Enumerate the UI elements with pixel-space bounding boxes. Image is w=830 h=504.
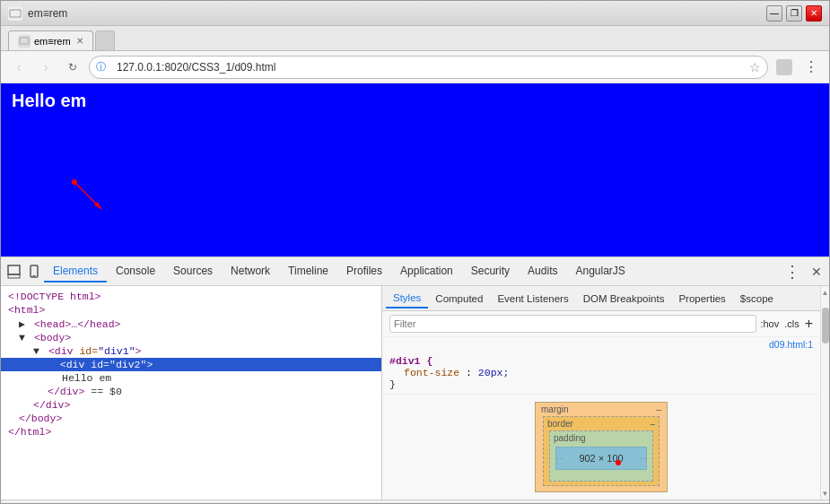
box-padding: padding 902 × 100 — [549, 430, 653, 482]
address-bar: ‹ › ↻ ⓘ ☆ ⋮ — [1, 51, 829, 83]
content-area: Hello em — [1, 83, 829, 503]
dom-line-html-close: </html> — [1, 425, 381, 439]
new-rule-button[interactable]: + — [805, 316, 813, 332]
scroll-down-button[interactable]: ▼ — [821, 487, 830, 500]
cls-toggle[interactable]: .cls — [784, 318, 799, 329]
devtools-tab-angularjs[interactable]: AngularJS — [566, 261, 633, 282]
devtools-tab-bar: Elements Console Sources Network Timelin… — [1, 257, 829, 286]
maximize-button[interactable]: ❐ — [786, 5, 802, 22]
right-tab-dom-breakpoints[interactable]: DOM Breakpoints — [576, 290, 672, 308]
devtools-tab-elements[interactable]: Elements — [44, 261, 107, 282]
rule-selector: #div1 { — [389, 355, 813, 367]
svg-rect-10 — [33, 275, 36, 276]
box-model-diagram: margin – border – — [382, 395, 820, 500]
border-bottom-space — [544, 482, 659, 485]
border-label: border — [547, 419, 573, 429]
scroll-up-button[interactable]: ▲ — [821, 286, 830, 299]
tab-close-button[interactable]: ✕ — [76, 36, 83, 46]
forward-button[interactable]: › — [35, 56, 57, 78]
style-link[interactable]: d09.html:1 — [769, 339, 813, 350]
devtools-more-button[interactable]: ⋮ — [777, 264, 808, 280]
dom-line-html: <html> — [1, 303, 381, 317]
window-title: em≡rem — [28, 7, 766, 20]
breadcrumb-div1[interactable]: div#div1 — [77, 503, 124, 504]
devtools-tab-profiles[interactable]: Profiles — [337, 261, 391, 282]
hov-toggle[interactable]: :hov — [760, 318, 779, 329]
padding-label: padding — [554, 433, 586, 443]
address-bar-wrap: ⓘ ☆ — [89, 56, 768, 79]
box-content: 902 × 100 — [555, 447, 647, 470]
webpage-preview: Hello em — [1, 83, 829, 256]
devtools-tab-audits[interactable]: Audits — [519, 261, 566, 282]
devtools-tab-security[interactable]: Security — [462, 261, 519, 282]
browser-icon — [8, 6, 22, 21]
close-button[interactable]: ✕ — [806, 5, 822, 22]
svg-rect-7 — [8, 265, 20, 274]
window-controls: — ❐ ✕ — [766, 5, 822, 22]
right-tab-computed[interactable]: Computed — [428, 290, 490, 308]
red-arrow-annotation — [66, 173, 119, 227]
secure-icon: ⓘ — [96, 60, 106, 74]
devtools-device-icon[interactable] — [24, 262, 44, 282]
devtools-tab-timeline[interactable]: Timeline — [279, 261, 337, 282]
devtools-tab-sources[interactable]: Sources — [164, 261, 222, 282]
rule-property-line[interactable]: font-size : 20px; — [389, 367, 813, 378]
breadcrumb-bar: html body div#div1 div#div2 — [1, 500, 829, 503]
new-tab-button[interactable] — [95, 30, 115, 50]
refresh-button[interactable]: ↻ — [62, 56, 83, 78]
right-panel: Styles Computed Event Listeners DOM Brea… — [382, 286, 820, 500]
devtools-tab-application[interactable]: Application — [391, 261, 462, 282]
devtools-tab-network[interactable]: Network — [222, 261, 279, 282]
padding-bottom-space — [550, 475, 652, 481]
right-tab-event-listeners[interactable]: Event Listeners — [490, 290, 575, 308]
left-line — [555, 458, 563, 459]
title-bar: em≡rem — ❐ ✕ — [1, 1, 829, 26]
margin-dash: – — [656, 404, 661, 414]
address-input[interactable] — [89, 56, 768, 79]
right-tab-scope[interactable]: $scope — [733, 290, 781, 308]
dom-line-div2-selected[interactable]: <div id="div2"> — [1, 358, 381, 371]
dom-line-div1: ▼ <div id="div1"> — [1, 344, 381, 358]
right-tab-properties[interactable]: Properties — [671, 290, 732, 308]
devtools-panel: Elements Console Sources Network Timelin… — [1, 256, 829, 503]
margin-bottom-space — [536, 486, 667, 491]
dom-line-body-close: </body> — [1, 412, 381, 425]
styles-panel: :hov .cls + d09.html:1 #div1 { — [382, 311, 820, 500]
hello-em-text: Hello em — [12, 91, 86, 111]
browser-tab-bar: em≡rem ✕ — [1, 26, 829, 51]
devtools-close-button[interactable]: ✕ — [808, 265, 826, 279]
dom-line-doctype: <!DOCTYPE html> — [1, 290, 381, 303]
scroll-thumb[interactable] — [822, 308, 829, 343]
minimize-button[interactable]: — — [766, 5, 782, 22]
bookmark-icon[interactable]: ☆ — [749, 60, 761, 74]
dom-line-body: ▼ <body> — [1, 331, 381, 344]
right-line — [640, 458, 647, 459]
breadcrumb-body[interactable]: body — [41, 503, 74, 504]
breadcrumb-div2[interactable]: div#div2 — [127, 503, 174, 504]
right-tab-styles[interactable]: Styles — [386, 289, 428, 308]
browser-tab-active[interactable]: em≡rem ✕ — [8, 30, 93, 50]
dom-line-div2-close: </div> == $0 — [1, 385, 381, 398]
devtools-inspect-icon[interactable] — [4, 262, 24, 282]
svg-rect-3 — [776, 59, 792, 75]
back-button[interactable]: ‹ — [8, 56, 30, 78]
devtools-body: <!DOCTYPE html> <html> ▶ <head>…</head> … — [1, 286, 829, 500]
menu-button[interactable]: ⋮ — [800, 56, 822, 78]
box-margin: margin – border – — [535, 402, 668, 492]
css-rule: #div1 { font-size : 20px; } — [382, 352, 820, 395]
styles-filter-bar: :hov .cls + — [382, 311, 820, 337]
tab-label: em≡rem — [34, 36, 71, 47]
devtools-tab-console[interactable]: Console — [107, 261, 164, 282]
extensions-button[interactable] — [773, 56, 795, 78]
scroll-track — [821, 299, 830, 487]
right-tab-bar: Styles Computed Event Listeners DOM Brea… — [382, 286, 820, 311]
dom-line-head: ▶ <head>…</head> — [1, 317, 381, 331]
styles-filter-input[interactable] — [389, 315, 756, 333]
svg-point-6 — [72, 179, 77, 185]
dom-line-div1-close: </div> — [1, 398, 381, 412]
box-border: border – padding — [543, 416, 660, 486]
browser-window: em≡rem — ❐ ✕ em≡rem ✕ ‹ › ↻ ⓘ — [0, 0, 830, 504]
breadcrumb-html[interactable]: html — [8, 503, 38, 504]
right-scrollbar[interactable]: ▲ ▼ — [820, 286, 829, 500]
style-source-link: d09.html:1 — [382, 337, 820, 352]
